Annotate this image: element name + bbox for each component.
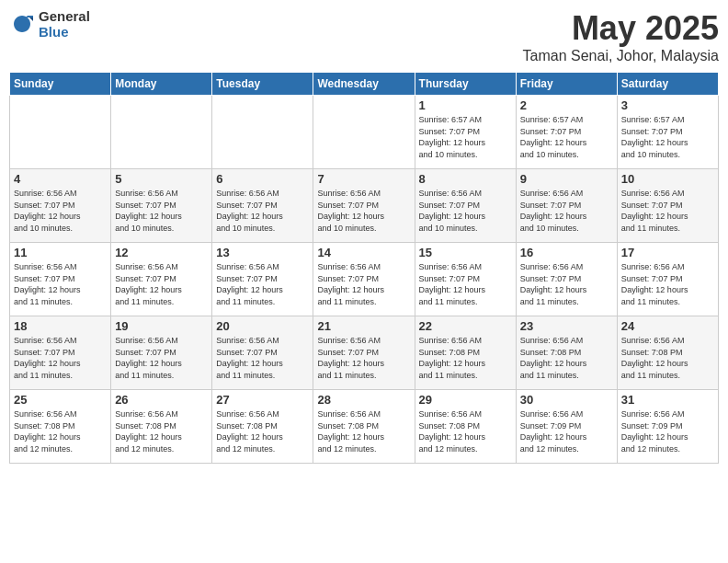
day-cell: 31Sunrise: 6:56 AM Sunset: 7:09 PM Dayli… <box>617 390 718 464</box>
day-cell: 26Sunrise: 6:56 AM Sunset: 7:08 PM Dayli… <box>111 390 212 464</box>
day-cell: 30Sunrise: 6:56 AM Sunset: 7:09 PM Dayli… <box>516 390 617 464</box>
day-detail: Sunrise: 6:56 AM Sunset: 7:07 PM Dayligh… <box>419 189 486 233</box>
day-detail: Sunrise: 6:56 AM Sunset: 7:07 PM Dayligh… <box>317 189 384 233</box>
day-number: 13 <box>216 246 309 259</box>
col-header-tuesday: Tuesday <box>212 73 313 96</box>
day-cell: 6Sunrise: 6:56 AM Sunset: 7:07 PM Daylig… <box>212 169 313 243</box>
week-row-1: 1Sunrise: 6:57 AM Sunset: 7:07 PM Daylig… <box>10 96 719 169</box>
day-cell: 12Sunrise: 6:56 AM Sunset: 7:07 PM Dayli… <box>111 243 212 316</box>
day-number: 15 <box>419 246 512 259</box>
day-cell: 3Sunrise: 6:57 AM Sunset: 7:07 PM Daylig… <box>617 96 718 169</box>
day-cell <box>111 96 212 169</box>
day-number: 26 <box>115 393 208 407</box>
day-cell: 14Sunrise: 6:56 AM Sunset: 7:07 PM Dayli… <box>313 243 415 316</box>
day-detail: Sunrise: 6:56 AM Sunset: 7:08 PM Dayligh… <box>419 409 486 454</box>
day-cell: 22Sunrise: 6:56 AM Sunset: 7:08 PM Dayli… <box>415 316 516 390</box>
day-detail: Sunrise: 6:56 AM Sunset: 7:07 PM Dayligh… <box>419 262 486 306</box>
day-detail: Sunrise: 6:56 AM Sunset: 7:08 PM Dayligh… <box>621 336 688 380</box>
day-number: 10 <box>621 172 714 186</box>
day-detail: Sunrise: 6:57 AM Sunset: 7:07 PM Dayligh… <box>520 115 587 159</box>
day-detail: Sunrise: 6:56 AM Sunset: 7:08 PM Dayligh… <box>419 336 486 380</box>
day-number: 4 <box>14 172 107 186</box>
day-detail: Sunrise: 6:56 AM Sunset: 7:07 PM Dayligh… <box>216 262 283 306</box>
day-number: 18 <box>14 319 107 333</box>
day-detail: Sunrise: 6:56 AM Sunset: 7:08 PM Dayligh… <box>216 409 283 454</box>
day-number: 20 <box>216 319 309 333</box>
day-detail: Sunrise: 6:57 AM Sunset: 7:07 PM Dayligh… <box>419 115 486 159</box>
col-header-wednesday: Wednesday <box>313 73 415 96</box>
day-number: 7 <box>317 172 410 186</box>
day-number: 14 <box>317 246 410 259</box>
day-detail: Sunrise: 6:56 AM Sunset: 7:07 PM Dayligh… <box>115 336 182 380</box>
day-cell: 17Sunrise: 6:56 AM Sunset: 7:07 PM Dayli… <box>617 243 718 316</box>
header-row: SundayMondayTuesdayWednesdayThursdayFrid… <box>10 73 719 96</box>
day-detail: Sunrise: 6:56 AM Sunset: 7:07 PM Dayligh… <box>115 189 182 233</box>
day-detail: Sunrise: 6:56 AM Sunset: 7:07 PM Dayligh… <box>520 189 587 233</box>
day-number: 30 <box>520 393 613 407</box>
day-cell: 4Sunrise: 6:56 AM Sunset: 7:07 PM Daylig… <box>10 169 111 243</box>
day-detail: Sunrise: 6:56 AM Sunset: 7:07 PM Dayligh… <box>621 189 688 233</box>
day-cell: 13Sunrise: 6:56 AM Sunset: 7:07 PM Dayli… <box>212 243 313 316</box>
day-number: 21 <box>317 319 410 333</box>
day-detail: Sunrise: 6:56 AM Sunset: 7:07 PM Dayligh… <box>14 189 81 233</box>
day-detail: Sunrise: 6:56 AM Sunset: 7:08 PM Dayligh… <box>520 336 587 380</box>
day-detail: Sunrise: 6:56 AM Sunset: 7:07 PM Dayligh… <box>115 262 182 306</box>
col-header-sunday: Sunday <box>10 73 111 96</box>
day-detail: Sunrise: 6:56 AM Sunset: 7:08 PM Dayligh… <box>115 409 182 454</box>
day-number: 22 <box>419 319 512 333</box>
logo-general-text: General <box>39 9 90 25</box>
week-row-4: 18Sunrise: 6:56 AM Sunset: 7:07 PM Dayli… <box>10 316 719 390</box>
calendar-table: SundayMondayTuesdayWednesdayThursdayFrid… <box>9 72 719 464</box>
week-row-3: 11Sunrise: 6:56 AM Sunset: 7:07 PM Dayli… <box>10 243 719 316</box>
month-title: May 2025 <box>523 9 719 48</box>
logo: General Blue <box>9 9 90 40</box>
day-detail: Sunrise: 6:56 AM Sunset: 7:08 PM Dayligh… <box>14 409 81 454</box>
day-number: 19 <box>115 319 208 333</box>
day-detail: Sunrise: 6:56 AM Sunset: 7:07 PM Dayligh… <box>216 189 283 233</box>
day-detail: Sunrise: 6:56 AM Sunset: 7:07 PM Dayligh… <box>216 336 283 380</box>
col-header-monday: Monday <box>111 73 212 96</box>
day-detail: Sunrise: 6:56 AM Sunset: 7:07 PM Dayligh… <box>621 262 688 306</box>
day-cell: 19Sunrise: 6:56 AM Sunset: 7:07 PM Dayli… <box>111 316 212 390</box>
day-detail: Sunrise: 6:56 AM Sunset: 7:07 PM Dayligh… <box>14 336 81 380</box>
day-number: 25 <box>14 393 107 407</box>
day-number: 8 <box>419 172 512 186</box>
day-number: 2 <box>520 98 613 112</box>
day-cell: 10Sunrise: 6:56 AM Sunset: 7:07 PM Dayli… <box>617 169 718 243</box>
day-number: 5 <box>115 172 208 186</box>
day-number: 12 <box>115 246 208 259</box>
day-cell: 25Sunrise: 6:56 AM Sunset: 7:08 PM Dayli… <box>10 390 111 464</box>
day-cell: 24Sunrise: 6:56 AM Sunset: 7:08 PM Dayli… <box>617 316 718 390</box>
day-detail: Sunrise: 6:56 AM Sunset: 7:07 PM Dayligh… <box>317 262 384 306</box>
day-cell <box>10 96 111 169</box>
day-cell: 29Sunrise: 6:56 AM Sunset: 7:08 PM Dayli… <box>415 390 516 464</box>
col-header-thursday: Thursday <box>415 73 516 96</box>
day-cell: 18Sunrise: 6:56 AM Sunset: 7:07 PM Dayli… <box>10 316 111 390</box>
day-cell: 20Sunrise: 6:56 AM Sunset: 7:07 PM Dayli… <box>212 316 313 390</box>
day-cell: 11Sunrise: 6:56 AM Sunset: 7:07 PM Dayli… <box>10 243 111 316</box>
day-cell: 8Sunrise: 6:56 AM Sunset: 7:07 PM Daylig… <box>415 169 516 243</box>
logo-icon <box>9 12 35 38</box>
day-number: 27 <box>216 393 309 407</box>
logo-text: General Blue <box>39 9 90 40</box>
day-number: 23 <box>520 319 613 333</box>
header: General Blue May 2025 Taman Senai, Johor… <box>9 9 719 64</box>
week-row-5: 25Sunrise: 6:56 AM Sunset: 7:08 PM Dayli… <box>10 390 719 464</box>
day-cell: 1Sunrise: 6:57 AM Sunset: 7:07 PM Daylig… <box>415 96 516 169</box>
day-number: 31 <box>621 393 714 407</box>
day-cell <box>212 96 313 169</box>
day-number: 9 <box>520 172 613 186</box>
day-cell: 7Sunrise: 6:56 AM Sunset: 7:07 PM Daylig… <box>313 169 415 243</box>
day-cell: 28Sunrise: 6:56 AM Sunset: 7:08 PM Dayli… <box>313 390 415 464</box>
title-area: May 2025 Taman Senai, Johor, Malaysia <box>523 9 719 64</box>
day-cell: 2Sunrise: 6:57 AM Sunset: 7:07 PM Daylig… <box>516 96 617 169</box>
day-detail: Sunrise: 6:57 AM Sunset: 7:07 PM Dayligh… <box>621 115 688 159</box>
day-cell: 16Sunrise: 6:56 AM Sunset: 7:07 PM Dayli… <box>516 243 617 316</box>
day-number: 6 <box>216 172 309 186</box>
day-cell: 9Sunrise: 6:56 AM Sunset: 7:07 PM Daylig… <box>516 169 617 243</box>
day-number: 3 <box>621 98 714 112</box>
day-number: 11 <box>14 246 107 259</box>
day-number: 16 <box>520 246 613 259</box>
day-detail: Sunrise: 6:56 AM Sunset: 7:07 PM Dayligh… <box>14 262 81 306</box>
day-cell: 5Sunrise: 6:56 AM Sunset: 7:07 PM Daylig… <box>111 169 212 243</box>
